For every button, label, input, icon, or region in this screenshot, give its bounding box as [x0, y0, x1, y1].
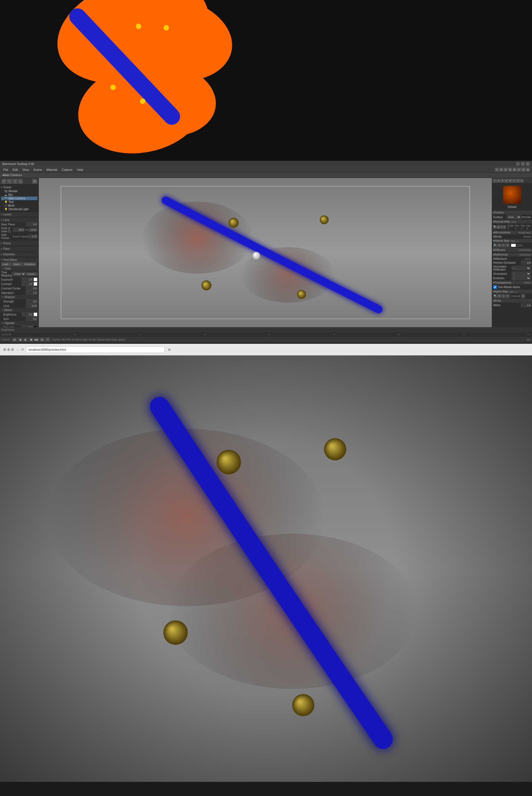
menu-scene[interactable]: Scene	[31, 168, 44, 171]
toolbar-btn-2[interactable]: ⊕	[499, 168, 503, 172]
bloom-header[interactable]: ▾ Bloom	[0, 308, 39, 312]
sharpen-strength-input[interactable]	[26, 299, 37, 303]
exposure-input[interactable]	[22, 278, 33, 281]
frame-opacity-input[interactable]	[29, 235, 37, 238]
toolbar-btn-8[interactable]: ◈	[526, 168, 530, 172]
alb-btn-3[interactable]: C	[501, 243, 506, 247]
rt-btn-3[interactable]: ⊗	[500, 179, 504, 183]
diffusion-section[interactable]: ▾ Diffusion Lambertian	[492, 247, 532, 252]
color-header[interactable]: ▾ Color	[0, 266, 39, 271]
emission-select[interactable]: ─	[512, 276, 531, 280]
toolbar-btn-1[interactable]: ⊙	[495, 168, 499, 172]
menu-file[interactable]: File	[1, 168, 11, 171]
sharpen-header[interactable]: ▾ Sharpen	[0, 295, 39, 299]
menu-edit[interactable]: Edit	[11, 168, 20, 171]
extra-section[interactable]: ▾ Extra	[492, 298, 532, 303]
nm-btn-1[interactable]: 🔍	[493, 225, 496, 229]
tb-btn-2[interactable]: -	[7, 179, 12, 184]
scene-sky[interactable]: ☁ Sky	[1, 193, 37, 197]
lens-header[interactable]: ▾ Lens	[0, 218, 39, 222]
occlusions-select[interactable]: ─	[512, 272, 531, 276]
load-button[interactable]: Load...	[1, 262, 12, 266]
a-btn-4[interactable]: ✕	[506, 294, 510, 298]
scene-main-camera[interactable]: 📷 Main Camera	[1, 197, 37, 200]
tb-btn-3[interactable]: ↑	[13, 179, 17, 184]
browser-dots-menu[interactable]: ···	[16, 348, 19, 352]
browser-url-bar[interactable]: localhost:8080/preview.html	[26, 346, 165, 353]
menu-view[interactable]: View	[20, 168, 31, 171]
rt-btn-4[interactable]: ⊞	[504, 179, 508, 183]
brightness-swatch[interactable]	[34, 313, 37, 316]
contrast-input[interactable]	[22, 282, 33, 286]
menu-help[interactable]: Help	[75, 168, 86, 171]
nm-btn-4[interactable]: ✕	[503, 225, 506, 229]
menu-material[interactable]: Material	[44, 168, 60, 171]
browser-refresh[interactable]: ↺	[21, 348, 24, 352]
size-input[interactable]	[26, 317, 37, 321]
flare-header[interactable]: ▸ Flare	[0, 247, 39, 251]
fov-input[interactable]	[13, 228, 24, 232]
rt-btn-2[interactable]: ⊕	[496, 179, 500, 183]
alb-btn-1[interactable]: 🔍	[493, 243, 497, 247]
scene-mesh[interactable]: ⬡ Mesh	[1, 204, 37, 207]
fov-mm-input[interactable]	[29, 228, 37, 232]
tl-next-frame[interactable]: ▶▶	[34, 338, 39, 341]
tone-mapping-select[interactable]: Linear	[12, 272, 26, 276]
tb-btn-1[interactable]: +	[1, 179, 6, 184]
minimize-button[interactable]: ─	[516, 162, 520, 166]
albedo-color[interactable]	[511, 244, 516, 247]
exposure-color-swatch[interactable]	[34, 278, 37, 281]
tl-prev-frame[interactable]: ◀	[18, 338, 22, 341]
texture-section-title[interactable]: ▾ Texture	[492, 210, 532, 215]
curves-button[interactable]: Curves...	[26, 273, 37, 276]
a-btn-2[interactable]: ⊕	[497, 294, 501, 298]
channel-btn[interactable]: A	[521, 294, 525, 298]
microsurface-section-title[interactable]: ▾ Microsurface Roughness	[492, 230, 532, 235]
rt-btn-1[interactable]: ⊙	[493, 179, 496, 183]
tl-go-end[interactable]: ⏭	[40, 338, 44, 341]
contrast-color-swatch[interactable]	[34, 282, 37, 286]
brightness-input[interactable]	[22, 313, 33, 316]
toolbar-btn-4[interactable]: ⊞	[508, 168, 512, 172]
center-viewport[interactable]	[39, 178, 492, 327]
levels-header[interactable]: ▾ Levels	[0, 212, 39, 217]
toolbar-btn-6[interactable]: ⊡	[517, 168, 521, 172]
horizon-occlusion-input[interactable]	[521, 261, 531, 264]
saturation-input[interactable]	[26, 291, 37, 295]
normal-section-title[interactable]: ▾ Normal Map none	[492, 219, 532, 224]
menu-capture[interactable]: Capture	[60, 168, 75, 171]
scene-render[interactable]: 📷 Render	[1, 189, 37, 193]
scene-test[interactable]: 💡 Test	[1, 200, 37, 204]
toolbar-btn-7[interactable]: ⊟	[521, 168, 525, 172]
nm-btn-3[interactable]: C	[500, 225, 502, 229]
nm-btn-2[interactable]: ⊕	[497, 225, 499, 229]
tl-go-start[interactable]: ⏮	[12, 338, 17, 341]
alb-btn-4[interactable]: ✕	[506, 243, 510, 247]
near-plane-input[interactable]	[26, 222, 37, 226]
vignette-header[interactable]: ▾ Vignette	[0, 321, 39, 325]
presets-button[interactable]: Presets ▸	[23, 262, 37, 266]
tl-stop[interactable]: ⏹	[29, 338, 33, 341]
rt-btn-7[interactable]: ⊟	[516, 179, 520, 183]
transparency-section[interactable]: ▾ Transparency Dither	[492, 280, 532, 285]
rt-btn-5[interactable]: ⊠	[508, 179, 512, 183]
use-albedo-checkbox[interactable]	[493, 285, 497, 289]
rt-btn-8[interactable]: ◈	[520, 179, 524, 183]
maximize-button[interactable]: □	[521, 162, 525, 166]
a-btn-3[interactable]: C	[501, 294, 506, 298]
post-effect-header[interactable]: ▾ Post Effect	[0, 258, 39, 262]
distortion-header[interactable]: ▸ Distortion	[0, 252, 39, 257]
alpha-val-input[interactable]	[521, 303, 531, 307]
save-button[interactable]: Save...	[12, 262, 23, 266]
alpha-map-section[interactable]: ▾ Alpha Map logo_c...	[492, 289, 532, 294]
alb-btn-2[interactable]: ⊕	[497, 243, 501, 247]
secondary-refl-select[interactable]: ─	[512, 266, 531, 270]
albedo-map-section[interactable]: ▾ Albedo Map logo_c...	[492, 238, 532, 243]
scene-header[interactable]: ▾ Scene	[1, 185, 37, 189]
tl-loop[interactable]: ↺	[45, 338, 50, 341]
tl-play[interactable]: ▶	[23, 338, 28, 341]
toolbar-btn-5[interactable]: ⊠	[513, 168, 516, 172]
toolbar-btn-3[interactable]: ⊗	[504, 168, 508, 172]
camera-dropdown-icon[interactable]: ▾	[21, 174, 22, 177]
close-button[interactable]: ✕	[526, 162, 530, 166]
